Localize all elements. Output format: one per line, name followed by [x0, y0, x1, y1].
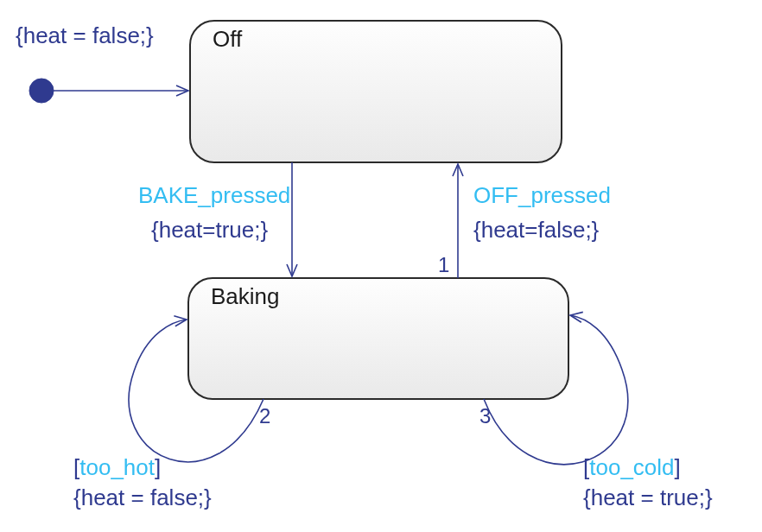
state-chart-diagram: {heat = false;} Off Baking BAKE_pressed … — [0, 0, 762, 532]
off-event-label: OFF_pressed — [473, 182, 611, 208]
bake-event-label: BAKE_pressed — [138, 182, 290, 208]
bake-action-label: {heat=true;} — [151, 217, 268, 243]
too-hot-action-label: {heat = false;} — [73, 484, 212, 510]
state-baking-label: Baking — [211, 283, 280, 309]
too-cold-guard-label: [too_cold] — [583, 454, 681, 480]
initial-action-label: {heat = false;} — [16, 22, 154, 48]
too-cold-action-label: {heat = true;} — [583, 484, 713, 510]
initial-state-dot — [29, 79, 54, 103]
state-off-label: Off — [213, 26, 243, 52]
too-hot-guard-label: [too_hot] — [73, 454, 161, 480]
state-off — [190, 21, 562, 162]
off-action-label: {heat=false;} — [473, 217, 600, 243]
too-cold-priority-label: 3 — [479, 404, 491, 428]
off-priority-label: 1 — [438, 253, 449, 276]
too-hot-priority-label: 2 — [259, 404, 270, 428]
